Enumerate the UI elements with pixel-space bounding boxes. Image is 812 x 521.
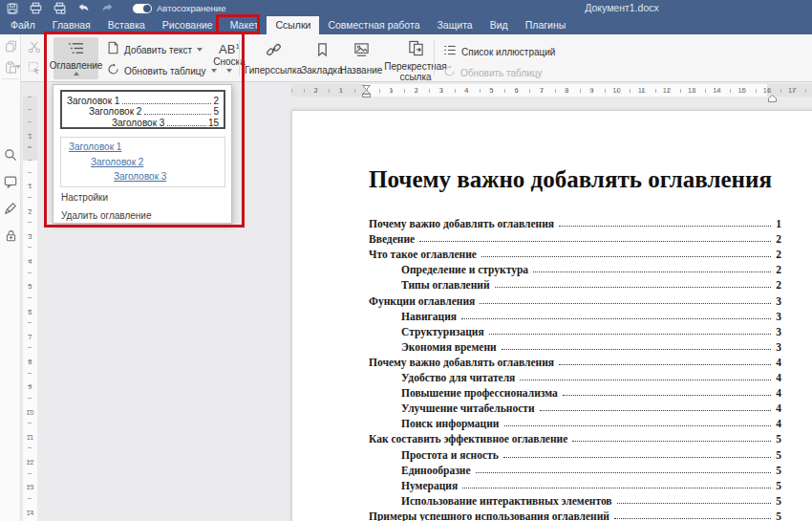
- toc-style-preview-option[interactable]: Заголовок 1 2 Заголовок 2 5 Заголовок 3 …: [60, 90, 225, 129]
- toc-entry-label: Что такое оглавление: [369, 249, 477, 260]
- footnote-label: Сноска: [213, 56, 245, 67]
- illustrations-list-icon: [443, 43, 457, 60]
- horizontal-ruler[interactable]: 211234567891011121314151617: [291, 84, 812, 97]
- toc-entry[interactable]: Почему важно добавлять оглавления 4: [369, 353, 781, 368]
- cross-reference-label-line1: Перекрестная: [384, 62, 446, 71]
- toc-entry[interactable]: Что такое оглавление 2: [369, 245, 781, 260]
- update-table-disabled-label: Обновить таблицу: [460, 68, 543, 78]
- hyperlink-label: Гиперссылка: [245, 65, 302, 76]
- illustrations-list-button[interactable]: Список иллюстраций: [443, 43, 555, 60]
- caption-icon: [353, 42, 370, 61]
- copy-icon[interactable]: [3, 38, 18, 54]
- toc-leader-dots: [480, 303, 771, 304]
- bookmark-button[interactable]: Закладка: [302, 42, 342, 76]
- toc-entry[interactable]: Примеры успешного использования оглавлен…: [369, 507, 781, 521]
- menu-tab[interactable]: Вид: [481, 16, 517, 34]
- toc-entry[interactable]: Удобство для читателя 4: [369, 368, 781, 383]
- menu-tab[interactable]: Защита: [428, 16, 481, 34]
- track-changes-icon[interactable]: [3, 201, 18, 216]
- document-toc-field[interactable]: Почему важно добавлять оглавления 1 Введ…: [369, 214, 781, 521]
- caption-button[interactable]: Название: [340, 42, 382, 76]
- menu-tab[interactable]: Главная: [44, 16, 99, 34]
- toc-entry[interactable]: Повышение профессионализма 4: [369, 383, 781, 399]
- vertical-ruler[interactable]: 11234567891011121314: [23, 97, 37, 521]
- preview-leader-dots: [144, 114, 211, 115]
- quick-print-icon[interactable]: [53, 2, 66, 14]
- indent-marker[interactable]: [361, 84, 372, 101]
- toc-entry[interactable]: Нумерация 5: [369, 476, 781, 491]
- autosave-toggle[interactable]: [133, 4, 152, 13]
- toc-entry[interactable]: Структуризация 3: [369, 322, 781, 337]
- autosave-control: Автосохранение: [133, 3, 225, 13]
- menu-tab[interactable]: Ссылки: [267, 16, 319, 34]
- toc-entry[interactable]: Почему важно добавлять оглавления 1: [369, 214, 781, 229]
- document-page[interactable]: Почему важно добавлять оглавления Почему…: [291, 110, 812, 521]
- toc-links-style-option[interactable]: Заголовок 1 Заголовок 2 Заголовок 3: [60, 137, 225, 187]
- chevron-down-icon: [226, 69, 232, 73]
- toc-entry-page: 2: [774, 264, 781, 275]
- toc-entry[interactable]: Улучшение читабельности 4: [369, 399, 781, 414]
- add-text-button[interactable]: Добавить текст: [107, 41, 203, 58]
- toc-entry[interactable]: Экономия времени 3: [369, 337, 781, 353]
- update-table-disabled-button[interactable]: Обновить таблицу: [443, 64, 543, 81]
- toc-leader-dots: [559, 226, 771, 227]
- toc-entry[interactable]: Функции оглавления 3: [369, 291, 781, 306]
- toc-leader-dots: [495, 287, 771, 288]
- comments-icon[interactable]: [3, 174, 18, 189]
- toc-entry[interactable]: Определение и структура 2: [369, 260, 781, 275]
- print-icon[interactable]: [30, 2, 42, 14]
- heading-link[interactable]: Заголовок 3: [114, 171, 166, 182]
- menu-tab[interactable]: Вставка: [99, 16, 154, 34]
- toc-entry-label: Улучшение читабельности: [401, 402, 535, 414]
- menu-tab[interactable]: Плагины: [517, 16, 575, 34]
- toc-remove-item[interactable]: Удалить оглавление: [61, 210, 152, 221]
- menu-tab[interactable]: Совместная работа: [319, 16, 428, 34]
- toggle-knob: [143, 5, 151, 12]
- toc-entry-page: 4: [774, 402, 781, 414]
- redo-icon[interactable]: [101, 2, 114, 14]
- select-icon[interactable]: [27, 60, 42, 76]
- toc-entry[interactable]: Навигация 3: [369, 307, 781, 322]
- toc-entry-page: 4: [774, 357, 781, 368]
- heading-link[interactable]: Заголовок 1: [69, 141, 121, 152]
- document-heading[interactable]: Почему важно добавлять оглавления: [369, 166, 789, 193]
- lock-icon[interactable]: [3, 228, 18, 243]
- menu-tab[interactable]: Рисование: [154, 16, 222, 34]
- toc-entry[interactable]: Типы оглавлений 2: [369, 275, 781, 291]
- toc-entry[interactable]: Простота и ясность 5: [369, 445, 781, 460]
- toc-entry[interactable]: Поиск информации 4: [369, 414, 781, 429]
- autosave-label: Автосохранение: [157, 3, 225, 13]
- search-icon[interactable]: [3, 147, 18, 163]
- right-indent-marker[interactable]: [768, 89, 777, 106]
- toc-icon: [68, 41, 84, 59]
- update-table-button[interactable]: Обновить таблицу: [107, 62, 217, 79]
- toc-leader-dots: [419, 241, 771, 242]
- toc-leader-dots: [563, 395, 771, 396]
- preview-page: 15: [208, 118, 219, 128]
- toc-settings-item[interactable]: Настройки: [61, 192, 108, 203]
- table-of-contents-button[interactable]: Оглавление: [53, 37, 98, 79]
- toc-link-row: Заголовок 3: [66, 171, 220, 186]
- menu-tab[interactable]: Макет: [222, 16, 267, 34]
- undo-icon[interactable]: [77, 2, 90, 14]
- cut-icon[interactable]: [27, 39, 42, 54]
- toc-entry[interactable]: Использование интерактивных элементов 5: [369, 491, 781, 507]
- cross-reference-button[interactable]: Перекрестная ссылка: [386, 40, 445, 81]
- toc-entry-label: Поиск информации: [401, 418, 500, 429]
- menu-tab[interactable]: Файл: [2, 16, 44, 34]
- save-icon[interactable]: [6, 2, 18, 14]
- toc-entry-page: 3: [774, 295, 781, 307]
- hyperlink-button[interactable]: Гиперссылка: [246, 42, 300, 76]
- toc-leader-dots: [502, 349, 771, 350]
- toc-leader-dots: [489, 334, 771, 335]
- ribbon-references-tab: Оглавление Добавить текст Обновить табли…: [21, 34, 812, 82]
- heading-link[interactable]: Заголовок 2: [91, 157, 143, 167]
- toc-leader-dots: [520, 380, 771, 380]
- cross-reference-label-line2: ссылка: [399, 73, 431, 81]
- group-separator: [434, 40, 435, 76]
- toc-entry[interactable]: Как составить эффективное оглавление 5: [369, 429, 781, 445]
- illustrations-list-label: Список иллюстраций: [461, 47, 555, 57]
- preview-leader-dots: [167, 125, 206, 126]
- toc-entry[interactable]: Введение 2: [369, 229, 781, 245]
- toc-entry[interactable]: Единообразие 5: [369, 461, 781, 476]
